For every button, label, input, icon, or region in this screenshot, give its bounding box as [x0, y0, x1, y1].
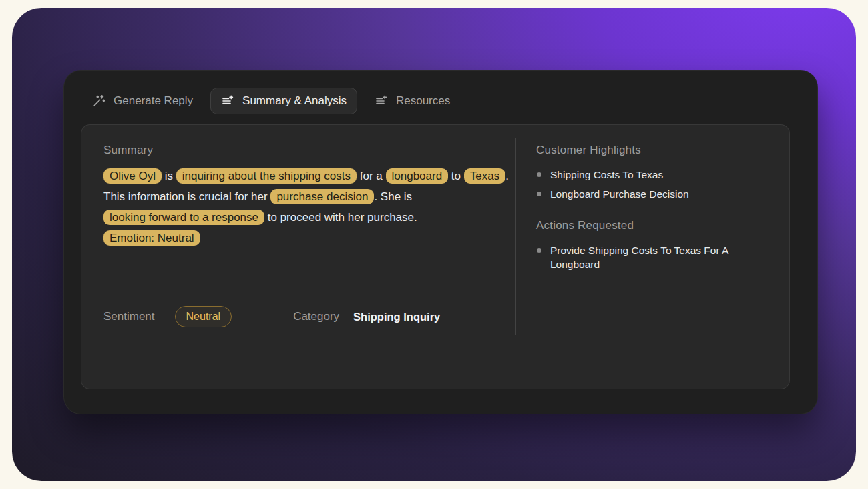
bullet-icon	[537, 248, 541, 253]
list-item-text: Provide Shipping Costs To Texas For A Lo…	[550, 243, 758, 271]
summary-section: Summary Olive Oyl is inquiring about the…	[103, 144, 509, 249]
list-item: Shipping Costs To Texas	[536, 168, 758, 182]
summary-text: is	[162, 170, 176, 182]
highlight-chip: Emotion: Neutral	[103, 230, 200, 246]
tab-label: Summary & Analysis	[242, 94, 347, 108]
app-card: Generate Reply Summary & Analysis	[63, 70, 818, 414]
sentiment-category-row: Sentiment Neutral Category Shipping Inqu…	[103, 306, 440, 327]
list-item-text: Longboard Purchase Decision	[550, 187, 689, 201]
tab-label: Resources	[396, 94, 450, 108]
highlight-chip: purchase decision	[270, 189, 374, 204]
bullet-icon	[537, 172, 541, 177]
summary-text: for a	[357, 170, 385, 182]
highlight-chip: inquiring about the shipping costs	[176, 168, 357, 184]
tab-resources[interactable]: Resources	[364, 88, 461, 114]
list-item-text: Shipping Costs To Texas	[550, 168, 663, 182]
tab-label: Generate Reply	[114, 94, 193, 108]
actions-requested-list: Provide Shipping Costs To Texas For A Lo…	[536, 243, 758, 271]
summary-text: to	[448, 170, 464, 182]
tab-generate-reply[interactable]: Generate Reply	[81, 88, 204, 114]
gradient-backdrop: Generate Reply Summary & Analysis	[12, 8, 856, 481]
insights-section: Customer Highlights Shipping Costs To Te…	[536, 144, 758, 271]
customer-highlights-heading: Customer Highlights	[536, 144, 758, 157]
customer-highlights-list: Shipping Costs To TexasLongboard Purchas…	[536, 168, 758, 201]
highlight-chip: Texas	[464, 168, 505, 184]
category-value: Shipping Inquiry	[353, 311, 440, 323]
category-label: Category	[293, 310, 339, 323]
highlight-chip: longboard	[386, 168, 449, 184]
resources-lines-icon	[375, 94, 388, 108]
sentiment-badge: Neutral	[175, 306, 232, 327]
page-background: { "window": { "tabs": [ { "label": "Gene…	[0, 0, 868, 489]
summary-heading: Summary	[103, 144, 509, 157]
tab-bar: Generate Reply Summary & Analysis	[81, 88, 461, 114]
list-item: Longboard Purchase Decision	[536, 187, 758, 201]
sentiment-label: Sentiment	[103, 310, 155, 323]
analysis-panel: Summary Olive Oyl is inquiring about the…	[81, 124, 790, 389]
summary-text: to proceed with her purchase.	[264, 211, 417, 224]
summary-lines-icon	[221, 94, 234, 108]
summary-text: . She is	[374, 190, 412, 203]
summary-paragraph: Olive Oyl is inquiring about the shippin…	[103, 166, 509, 249]
highlight-chip: Olive Oyl	[103, 168, 162, 184]
list-item: Provide Shipping Costs To Texas For A Lo…	[536, 243, 758, 271]
actions-requested-heading: Actions Requested	[536, 219, 758, 232]
bullet-icon	[537, 192, 541, 196]
tab-summary-analysis[interactable]: Summary & Analysis	[210, 88, 357, 114]
vertical-divider	[515, 138, 516, 335]
wand-icon	[92, 94, 105, 108]
highlight-chip: looking forward to a response	[103, 210, 264, 225]
